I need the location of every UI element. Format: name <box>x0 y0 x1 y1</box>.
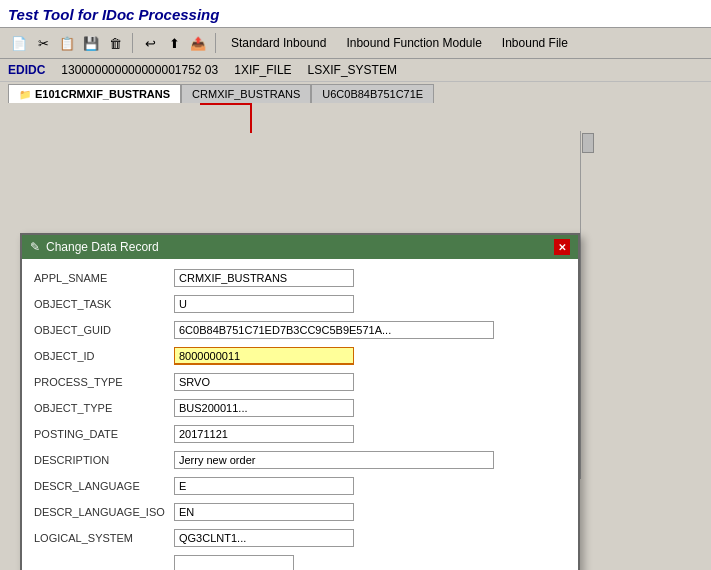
value-object-task[interactable]: U <box>174 295 354 313</box>
field-row-object-task: OBJECT_TASK U <box>34 293 566 315</box>
field-row-descr-language: DESCR_LANGUAGE E <box>34 475 566 497</box>
inbound-function-module-button[interactable]: Inbound Function Module <box>337 33 490 53</box>
edidc-label: EDIDC <box>8 63 45 77</box>
copy-button[interactable]: 📋 <box>56 32 78 54</box>
tab-u6c0b[interactable]: U6C0B84B751C71E <box>311 84 434 103</box>
dialog-title-bar: ✎ Change Data Record ✕ <box>22 235 578 259</box>
value-process-type[interactable]: SRVO <box>174 373 354 391</box>
export-button[interactable]: 📤 <box>187 32 209 54</box>
value-object-type[interactable]: BUS200011... <box>174 399 354 417</box>
tab-label-u6c0b: U6C0B84B751C71E <box>322 88 423 100</box>
value-description[interactable]: Jerry new order <box>174 451 494 469</box>
value-logical-system[interactable]: QG3CLNT1... <box>174 529 354 547</box>
field-row-process-type: PROCESS_TYPE SRVO <box>34 371 566 393</box>
edidc-field2: LSXIF_SYSTEM <box>308 63 397 77</box>
value-descr-language[interactable]: E <box>174 477 354 495</box>
dialog-scrollbar[interactable] <box>580 131 594 479</box>
toolbar-separator-1 <box>132 33 133 53</box>
tab-e101crmxif[interactable]: 📁 E101CRMXIF_BUSTRANS <box>8 84 181 103</box>
label-object-type: OBJECT_TYPE <box>34 402 174 414</box>
value-object-guid[interactable]: 6C0B84B751C71ED7B3CC9C5B9E571A... <box>174 321 494 339</box>
edidc-row: EDIDC 130000000000000001752 03 1XIF_FILE… <box>0 59 711 82</box>
toolbar-separator-2 <box>215 33 216 53</box>
title-bar: Test Tool for IDoc Processing <box>0 0 711 28</box>
new-button[interactable]: 📄 <box>8 32 30 54</box>
field-row-object-type: OBJECT_TYPE BUS200011... <box>34 397 566 419</box>
main-content: ✎ Change Data Record ✕ APPL_SNAME CRMXIF… <box>0 103 711 503</box>
field-row-description: DESCRIPTION Jerry new order <box>34 449 566 471</box>
cut-button[interactable]: ✂ <box>32 32 54 54</box>
label-object-guid: OBJECT_GUID <box>34 324 174 336</box>
label-logical-system: LOGICAL_SYSTEM <box>34 532 174 544</box>
field-row-descr-language-iso: DESCR_LANGUAGE_ISO EN <box>34 501 566 523</box>
label-appl-sname: APPL_SNAME <box>34 272 174 284</box>
annotation-line-3 <box>250 103 252 133</box>
up-button[interactable]: ⬆ <box>163 32 185 54</box>
toolbar: 📄 ✂ 📋 💾 🗑 ↩ ⬆ 📤 Standard Inbound Inbound… <box>0 28 711 59</box>
label-descr-language-iso: DESCR_LANGUAGE_ISO <box>34 506 174 518</box>
delete-button[interactable]: 🗑 <box>104 32 126 54</box>
edidc-field1: 1XIF_FILE <box>234 63 291 77</box>
value-object-id[interactable]: 8000000011 <box>174 347 354 365</box>
dialog-title-text: Change Data Record <box>46 240 159 254</box>
label-posting-date: POSTING_DATE <box>34 428 174 440</box>
field-row-object-guid: OBJECT_GUID 6C0B84B751C71ED7B3CC9C5B9E57… <box>34 319 566 341</box>
label-description: DESCRIPTION <box>34 454 174 466</box>
tab-crmxif[interactable]: CRMXIF_BUSTRANS <box>181 84 311 103</box>
field-row-logical-system: LOGICAL_SYSTEM QG3CLNT1... <box>34 527 566 549</box>
field-row-appl-sname: APPL_SNAME CRMXIF_BUSTRANS <box>34 267 566 289</box>
change-data-dialog: ✎ Change Data Record ✕ APPL_SNAME CRMXIF… <box>20 233 580 570</box>
save-button[interactable]: 💾 <box>80 32 102 54</box>
label-descr-language: DESCR_LANGUAGE <box>34 480 174 492</box>
field-row-posting-date: POSTING_DATE 20171121 <box>34 423 566 445</box>
label-object-id: OBJECT_ID <box>34 350 174 362</box>
value-descr-language-iso[interactable]: EN <box>174 503 354 521</box>
undo-button[interactable]: ↩ <box>139 32 161 54</box>
dialog-edit-icon: ✎ <box>30 240 40 254</box>
annotation-line-4 <box>200 103 252 105</box>
standard-inbound-button[interactable]: Standard Inbound <box>222 33 335 53</box>
label-object-task: OBJECT_TASK <box>34 298 174 310</box>
field-row-object-id: OBJECT_ID 8000000011 <box>34 345 566 367</box>
inbound-file-button[interactable]: Inbound File <box>493 33 577 53</box>
tab-label-crmxif: CRMXIF_BUSTRANS <box>192 88 300 100</box>
value-appl-sname[interactable]: CRMXIF_BUSTRANS <box>174 269 354 287</box>
dialog-title-content: ✎ Change Data Record <box>30 240 159 254</box>
field-row-empty <box>34 553 566 570</box>
scrollbar-thumb[interactable] <box>582 133 594 153</box>
value-empty <box>174 555 294 570</box>
tab-folder-icon: 📁 <box>19 89 31 100</box>
label-process-type: PROCESS_TYPE <box>34 376 174 388</box>
tab-row: 📁 E101CRMXIF_BUSTRANS CRMXIF_BUSTRANS U6… <box>0 82 711 103</box>
dialog-body: APPL_SNAME CRMXIF_BUSTRANS OBJECT_TASK U… <box>22 259 578 570</box>
dialog-close-button[interactable]: ✕ <box>554 239 570 255</box>
value-posting-date[interactable]: 20171121 <box>174 425 354 443</box>
edidc-doc-number: 130000000000000001752 03 <box>61 63 218 77</box>
page-title: Test Tool for IDoc Processing <box>8 6 703 23</box>
tab-label-e101crmxif: E101CRMXIF_BUSTRANS <box>35 88 170 100</box>
